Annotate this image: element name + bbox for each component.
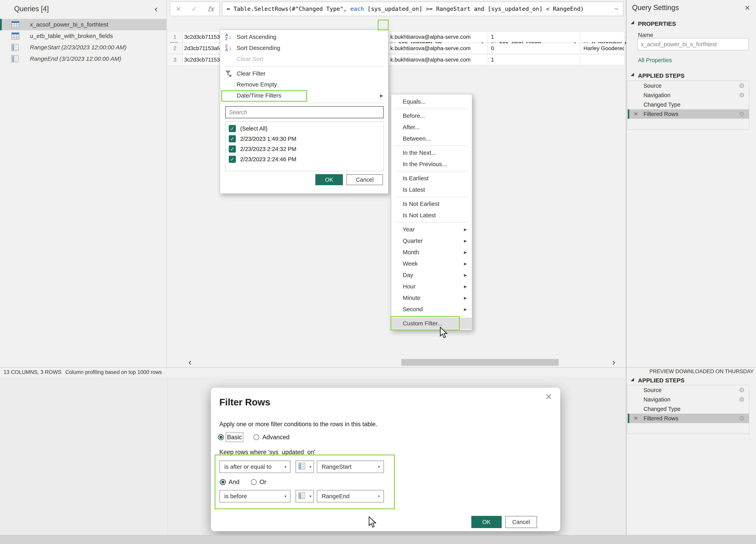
close-panel-icon[interactable]: ✕ [745, 4, 750, 12]
submenu-item-quarter[interactable]: Quarter▶ [391, 235, 472, 247]
table-cell[interactable]: Harley Goodered [580, 43, 624, 54]
menu-item-sort-descending[interactable]: ZA↓ Sort Descending [220, 42, 388, 54]
table-cell[interactable]: k.bukhtiiarova@alpha-serve.com [387, 55, 488, 65]
gear-icon[interactable]: ⚙ [739, 414, 745, 423]
submenu-item-hour[interactable]: Hour▶ [391, 281, 472, 292]
or-radio[interactable] [251, 479, 257, 485]
value-type-button[interactable]: ▾ [295, 460, 314, 473]
checkbox-checked-icon[interactable]: ✓ [229, 135, 236, 142]
basic-radio-label[interactable]: Basic [227, 434, 242, 441]
menu-item-remove-empty[interactable]: Remove Empty [220, 79, 388, 90]
basic-radio[interactable] [218, 434, 224, 440]
value-dropdown[interactable]: RangeEnd ▾ [317, 490, 384, 502]
operator-dropdown[interactable]: is before ▾ [219, 490, 291, 502]
submenu-item-week[interactable]: Week▶ [391, 258, 472, 270]
submenu-item-custom-filter[interactable]: Custom Filter... [391, 318, 472, 329]
and-radio-label[interactable]: And [229, 478, 239, 486]
applied-step-selected[interactable]: ✕ Filtered Rows ⚙ [628, 414, 749, 423]
submenu-item-is-not-earliest[interactable]: Is Not Earliest [391, 198, 472, 210]
ok-button[interactable]: OK [315, 174, 343, 185]
ok-button[interactable]: OK [471, 516, 502, 528]
advanced-radio[interactable] [253, 434, 259, 440]
applied-step[interactable]: Changed Type [628, 404, 749, 414]
table-cell[interactable]: 1 [488, 55, 580, 65]
applied-step-selected[interactable]: ✕ Filtered Rows ⚙ [628, 109, 749, 119]
submenu-item-in-the-next[interactable]: In the Next... [391, 147, 472, 159]
query-item[interactable]: RangeEnd (3/1/2023 12:00:00 AM) [0, 53, 167, 65]
applied-step[interactable]: Changed Type [628, 100, 749, 109]
value-type-button[interactable]: ▾ [295, 490, 314, 502]
submenu-item-month[interactable]: Month▶ [391, 247, 472, 258]
all-properties-link[interactable]: All Properties [638, 57, 672, 64]
filter-value-row[interactable]: ✓ 2/23/2023 2:24:46 PM [226, 154, 383, 164]
table-cell[interactable]: 3c2d3cb71153a [183, 32, 226, 42]
table-cell[interactable]: k.bukhtiiarova@alpha-serve.com [387, 43, 488, 54]
submenu-item-year[interactable]: Year▶ [391, 224, 472, 235]
gear-icon[interactable]: ⚙ [739, 90, 745, 100]
table-cell[interactable] [580, 55, 624, 65]
scroll-left-icon[interactable]: ‹ [188, 357, 191, 367]
table-cell[interactable] [580, 32, 624, 42]
discard-formula-icon[interactable]: ✕ [176, 5, 181, 13]
horizontal-scrollbar[interactable]: ‹ › [167, 358, 626, 367]
close-dialog-icon[interactable]: ✕ [545, 392, 552, 402]
delete-step-icon[interactable]: ✕ [634, 111, 638, 117]
submenu-item-equals[interactable]: Equals... [391, 96, 472, 107]
filter-value-row[interactable]: ✓ 2/23/2023 2:24:32 PM [226, 144, 383, 154]
checkbox-checked-icon[interactable]: ✓ [229, 146, 236, 153]
query-item[interactable]: x_acsof_power_bi_s_forthtest [0, 19, 167, 30]
filter-value-row[interactable]: ✓ 2/23/2023 1:49:30 PM [226, 134, 383, 144]
formula-input[interactable]: = Table.SelectRows(#"Changed Type", each… [222, 2, 624, 16]
value-dropdown[interactable]: RangeStart ▾ [317, 460, 384, 473]
checkbox-checked-icon[interactable]: ✓ [229, 125, 236, 132]
applied-step[interactable]: Navigation ⚙ [628, 90, 749, 100]
gear-icon[interactable]: ⚙ [739, 395, 745, 404]
applied-step[interactable]: Source ⚙ [628, 385, 749, 395]
submenu-item-day[interactable]: Day▶ [391, 270, 472, 281]
applied-step[interactable]: Source ⚙ [628, 81, 749, 90]
submenu-item-is-latest[interactable]: Is Latest [391, 184, 472, 196]
menu-item-date-time-filters[interactable]: Date/Time Filters ▶ [220, 90, 388, 101]
collapse-panel-icon[interactable]: ‹ [155, 4, 158, 14]
applied-steps-expander-icon[interactable] [631, 378, 634, 381]
submenu-item-before[interactable]: Before... [391, 110, 472, 122]
submenu-item-after[interactable]: After... [391, 122, 472, 133]
table-cell[interactable]: 1 [488, 32, 580, 42]
checkbox-checked-icon[interactable]: ✓ [229, 156, 236, 163]
advanced-radio-label[interactable]: Advanced [262, 434, 290, 441]
submenu-item-in-the-previous[interactable]: In the Previous... [391, 159, 472, 170]
cancel-button[interactable]: Cancel [346, 174, 383, 185]
gear-icon[interactable]: ⚙ [739, 385, 745, 395]
scrollbar-thumb[interactable] [401, 359, 559, 366]
menu-item-clear-filter[interactable]: Clear Filter [220, 68, 388, 79]
query-item[interactable]: u_etb_table_with_broken_fields [0, 30, 167, 42]
gear-icon[interactable]: ⚙ [739, 81, 745, 90]
formula-expand-icon[interactable]: › [613, 8, 621, 10]
table-cell[interactable]: 2d3cb71153af4 [183, 43, 226, 54]
table-cell[interactable]: k.bukhtiiarova@alpha-serve.com [387, 32, 488, 42]
submenu-item-is-not-latest[interactable]: Is Not Latest [391, 210, 472, 221]
or-radio-label[interactable]: Or [259, 478, 266, 486]
fx-icon[interactable]: fx [208, 5, 214, 13]
query-name-input[interactable] [637, 38, 749, 50]
operator-dropdown[interactable]: is after or equal to ▾ [219, 460, 291, 473]
applied-steps-expander-icon[interactable] [631, 73, 634, 76]
delete-step-icon[interactable]: ✕ [634, 415, 638, 421]
properties-expander-icon[interactable] [631, 21, 634, 24]
table-cell[interactable]: 0 [488, 43, 580, 54]
applied-step[interactable]: Navigation ⚙ [628, 395, 749, 404]
commit-formula-icon[interactable]: ✓ [192, 5, 197, 13]
menu-item-sort-ascending[interactable]: AZ↓ Sort Ascending [220, 31, 388, 42]
status-profiling[interactable]: Column profiling based on top 1000 rows [65, 369, 162, 375]
query-item[interactable]: RangeStart (2/23/2023 12:00:00 AM) [0, 42, 167, 53]
cancel-button[interactable]: Cancel [505, 516, 537, 528]
scroll-right-icon[interactable]: › [612, 357, 615, 367]
submenu-item-second[interactable]: Second▶ [391, 303, 472, 315]
submenu-item-minute[interactable]: Minute▶ [391, 292, 472, 303]
filter-value-row[interactable]: ✓ (Select All) [226, 124, 383, 134]
gear-icon[interactable]: ⚙ [739, 109, 745, 119]
filter-search-input[interactable] [225, 106, 384, 118]
and-radio[interactable] [220, 479, 226, 485]
submenu-item-is-earliest[interactable]: Is Earliest [391, 173, 472, 184]
table-cell[interactable]: 3c2d3cb71153a [183, 55, 226, 65]
